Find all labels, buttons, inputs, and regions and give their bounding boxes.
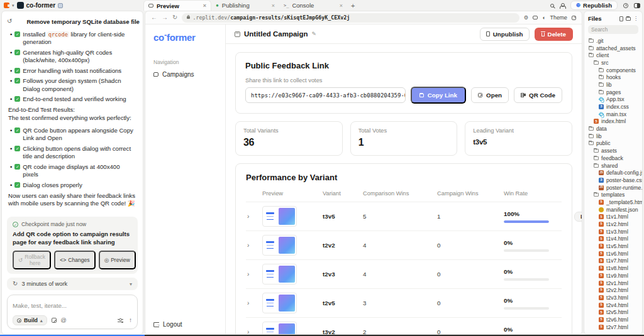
chevron-right-icon[interactable]: › xyxy=(246,242,262,249)
invite-user-icon[interactable] xyxy=(560,3,565,8)
chevron-right-icon[interactable]: › xyxy=(246,328,262,334)
chevron-right-icon[interactable]: › xyxy=(246,300,262,306)
file-tree-item[interactable]: .git xyxy=(584,37,642,45)
comments-icon[interactable] xyxy=(533,16,538,19)
file-tree-item[interactable]: main.tsx xyxy=(584,111,642,118)
qr-code-button[interactable]: QR Code xyxy=(514,87,562,103)
search-icon[interactable] xyxy=(550,4,554,8)
edit-title-icon[interactable]: ✎ xyxy=(312,31,317,37)
file-tree-item[interactable]: 5index.html xyxy=(584,118,642,126)
file-tree-item[interactable]: 5t2v3.html xyxy=(584,294,642,301)
new-tab-icon[interactable]: + xyxy=(347,2,358,9)
file-tree-item[interactable]: 5t1v5.html xyxy=(584,242,642,250)
tab-console[interactable]: >_Console× xyxy=(279,0,347,11)
logout-button[interactable]: Logout xyxy=(153,321,217,328)
delete-button[interactable]: Delete xyxy=(535,28,573,41)
chat-history-icon[interactable]: ↺ xyxy=(7,18,12,24)
table-row-t3v5[interactable]: ›t3v551100%Leading xyxy=(246,202,562,230)
project-name[interactable]: co-former xyxy=(26,2,56,9)
file-tree-item[interactable]: 5t1v6.html xyxy=(584,250,642,257)
file-tree-item[interactable]: attached_assets xyxy=(584,45,642,52)
close-icon[interactable]: × xyxy=(203,3,206,9)
chevron-right-icon[interactable]: › xyxy=(246,213,262,220)
chevron-down-icon[interactable]: ▾ xyxy=(12,3,14,8)
tab-publishing[interactable]: ●Publishing× xyxy=(211,0,279,11)
table-row-t2v5[interactable]: ›t2v5300% xyxy=(246,288,562,317)
file-tree-item[interactable]: pages xyxy=(584,89,642,96)
send-icon[interactable]: ↑ xyxy=(129,317,132,323)
table-row-t3v2[interactable]: ›t3v2200% xyxy=(246,317,562,334)
open-link-button[interactable]: Open xyxy=(471,87,509,103)
file-tree-item[interactable]: 5t2v4.html xyxy=(584,301,642,309)
work-summary-bar[interactable]: ↻ 3 minutes of work ▾ xyxy=(7,278,138,290)
replit-logo-icon[interactable] xyxy=(4,3,9,8)
file-tree-item[interactable]: data xyxy=(584,125,642,133)
notes-icon[interactable] xyxy=(52,318,57,323)
file-tree-item[interactable]: 5t2v1.html xyxy=(584,279,642,287)
file-tree-item[interactable]: 5t1v2.html xyxy=(584,220,642,228)
theme-toggle-icon[interactable]: ◐ xyxy=(542,15,545,21)
coformer-logo[interactable]: co-former xyxy=(153,32,217,43)
file-tree-item[interactable]: 5t2v7.html xyxy=(584,323,642,331)
history-icon[interactable] xyxy=(623,3,628,8)
file-tree-item[interactable]: feedback xyxy=(584,154,642,162)
open-in-new-tab-icon[interactable] xyxy=(572,16,576,20)
feedback-url-input[interactable]: https://e03c9667-ca09-4433-afb3-cb088020… xyxy=(245,87,406,103)
close-icon[interactable]: × xyxy=(272,3,275,9)
new-folder-icon[interactable] xyxy=(626,17,631,21)
kebab-menu-icon[interactable]: ⋮ xyxy=(633,16,638,21)
file-tree-item[interactable]: 5t1v3.html xyxy=(584,228,642,236)
agent-session-title[interactable]: Remove temporary SQLite database file xyxy=(26,18,140,25)
chevron-right-icon[interactable]: › xyxy=(246,271,262,278)
file-tree-item[interactable]: JSposter-runtime.js xyxy=(584,184,642,192)
checkpoint-changes-button[interactable]: <>Changes xyxy=(54,251,95,269)
settings-sliders-icon[interactable] xyxy=(118,318,123,323)
build-mode-chip[interactable]: Build ▴ xyxy=(13,315,47,325)
url-field[interactable]: .replit.dev/campaign-results/sKisqtEJmpG… xyxy=(182,13,519,23)
file-tree-item[interactable]: components xyxy=(584,67,642,74)
file-tree-item[interactable]: lib xyxy=(584,133,642,140)
file-tree-item[interactable]: 5t1v7.html xyxy=(584,257,642,265)
refresh-icon[interactable]: ↻ xyxy=(172,14,177,21)
attachment-icon[interactable]: @ xyxy=(61,318,67,323)
back-icon[interactable]: ← xyxy=(151,14,157,21)
file-tree-item[interactable]: public xyxy=(584,140,642,148)
devtools-icon[interactable]: ⚙ xyxy=(524,15,529,21)
sidebar-item-campaigns[interactable]: Campaigns xyxy=(153,71,217,78)
file-tree-item[interactable]: JSdefault-config.js xyxy=(584,169,642,176)
file-tree-item[interactable]: assets xyxy=(584,147,642,154)
file-tree-item[interactable]: 5t1v1.html xyxy=(584,214,642,221)
file-tree-item[interactable]: hooks xyxy=(584,73,642,81)
file-tree-item[interactable]: 3poster-base.css xyxy=(584,176,642,184)
file-tree-item[interactable]: lib xyxy=(584,81,642,89)
table-row-t2v3[interactable]: ›t2v3400% xyxy=(246,259,562,288)
theme-label[interactable]: Theme xyxy=(550,14,567,21)
file-tree-item[interactable]: templates xyxy=(584,191,642,198)
file-tree-item[interactable]: client xyxy=(584,51,642,59)
chevron-down-icon[interactable]: ▾ xyxy=(130,281,132,287)
file-tree-item[interactable]: App.tsx xyxy=(584,96,642,104)
tab-preview[interactable]: Preview× xyxy=(143,0,211,11)
agent-prompt-input[interactable] xyxy=(13,302,132,309)
unpublish-button[interactable]: Unpublish xyxy=(480,28,530,41)
file-tree-item[interactable]: shared xyxy=(584,162,642,170)
new-file-icon[interactable] xyxy=(619,16,623,21)
forward-icon[interactable]: → xyxy=(162,14,168,21)
file-tree-item[interactable]: 5t1v4.html xyxy=(584,236,642,243)
file-tree-item[interactable]: 5_template5.html xyxy=(584,198,642,206)
files-search-input[interactable] xyxy=(591,26,635,33)
checkpoint-preview-button[interactable]: ◎Preview xyxy=(99,251,136,269)
file-tree-item[interactable]: 5t2v6.html xyxy=(584,316,642,323)
file-tree-item[interactable]: 5t1v9.html xyxy=(584,272,642,279)
file-tree-item[interactable]: 5t2v5.html xyxy=(584,308,642,316)
copy-link-button[interactable]: Copy Link xyxy=(411,87,466,104)
close-icon[interactable]: × xyxy=(340,3,343,9)
file-tree-item[interactable]: 5t2v2.html xyxy=(584,286,642,294)
republish-button[interactable]: ⊕ Republish xyxy=(570,1,618,10)
file-tree-item[interactable]: 5t1v8.html xyxy=(584,264,642,272)
table-row-t2v2[interactable]: ›t2v2400% xyxy=(246,230,562,259)
file-tree-item[interactable]: 3index.css xyxy=(584,103,642,111)
file-tree-item[interactable]: src xyxy=(584,59,642,67)
layout-panel-icon[interactable] xyxy=(634,3,640,8)
file-tree-item[interactable]: manifest.json xyxy=(584,206,642,214)
